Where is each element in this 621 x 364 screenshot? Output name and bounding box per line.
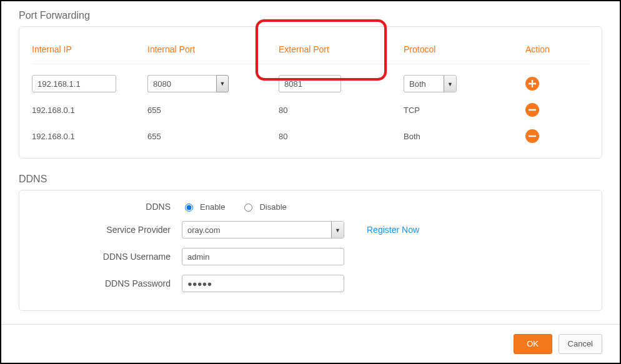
ddns-password-input[interactable] (182, 275, 344, 292)
cell-protocol: Both (404, 132, 525, 141)
table-row: 192.168.0.1 655 80 TCP (32, 97, 589, 123)
ddns-disable-radio[interactable] (244, 204, 252, 212)
protocol-value: Both (404, 76, 444, 92)
ddns-enable-radio[interactable] (185, 204, 193, 212)
cell-external-port: 80 (279, 132, 404, 141)
header-external-port: External Port (279, 44, 404, 54)
minus-icon (529, 132, 536, 140)
add-button[interactable] (525, 77, 539, 91)
footer: OK Cancel (1, 324, 620, 363)
register-now-link[interactable]: Register Now (367, 225, 419, 235)
remove-button[interactable] (525, 103, 539, 117)
ddns-label: DDNS (51, 202, 182, 212)
internal-port-combo[interactable]: ▼ (147, 75, 229, 92)
header-protocol: Protocol (404, 44, 525, 54)
header-internal-ip: Internal IP (32, 44, 147, 54)
protocol-select[interactable]: Both ▼ (404, 75, 457, 92)
ddns-panel: DDNS Enable Disable Service Provider ora… (19, 190, 602, 311)
enable-label: Enable (200, 202, 225, 212)
ddns-title: DDNS (19, 165, 602, 190)
chevron-down-icon[interactable]: ▼ (444, 76, 456, 92)
port-forwarding-panel: Internal IP Internal Port External Port … (19, 26, 602, 159)
minus-icon (529, 106, 536, 114)
cell-internal-ip: 192.168.0.1 (32, 106, 147, 115)
internal-port-input[interactable] (147, 75, 216, 92)
service-provider-label: Service Provider (51, 225, 182, 235)
cancel-button[interactable]: Cancel (559, 334, 602, 354)
table-input-row: ▼ Both ▼ (32, 71, 589, 97)
ok-button[interactable]: OK (514, 334, 552, 354)
chevron-down-icon[interactable]: ▼ (331, 222, 344, 239)
table-row: 192.168.0.1 655 80 Both (32, 123, 589, 149)
plus-icon (529, 80, 536, 87)
cell-internal-port: 655 (147, 106, 279, 115)
username-label: DDNS Username (51, 252, 182, 262)
disable-label: Disable (259, 202, 286, 212)
service-provider-value: oray.com (182, 222, 331, 238)
ddns-username-input[interactable] (182, 248, 344, 265)
table-header: Internal IP Internal Port External Port … (32, 38, 589, 64)
internal-ip-input[interactable] (32, 75, 116, 92)
password-label: DDNS Password (51, 278, 182, 288)
cell-protocol: TCP (404, 106, 525, 115)
cell-internal-port: 655 (147, 132, 279, 141)
svg-rect-1 (529, 135, 536, 137)
cell-external-port: 80 (279, 106, 404, 115)
header-action: Action (525, 44, 569, 54)
service-provider-select[interactable]: oray.com ▼ (182, 221, 344, 239)
header-internal-port: Internal Port (147, 44, 279, 54)
external-port-input[interactable] (279, 75, 341, 92)
chevron-down-icon[interactable]: ▼ (216, 75, 229, 92)
remove-button[interactable] (525, 129, 539, 143)
svg-rect-0 (529, 109, 536, 111)
cell-internal-ip: 192.168.0.1 (32, 132, 147, 141)
port-forwarding-title: Port Forwarding (19, 1, 602, 26)
